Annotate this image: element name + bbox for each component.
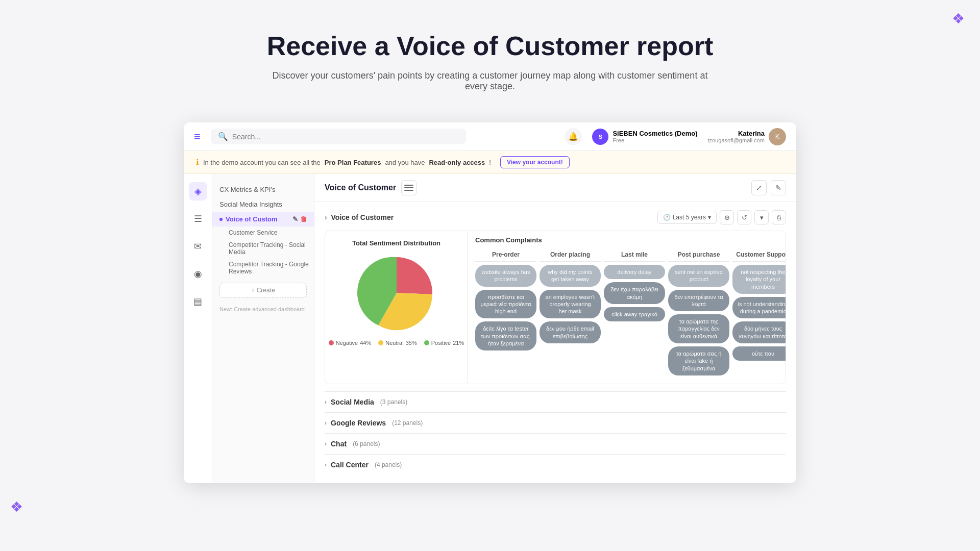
complaint-tag[interactable]: is not understanding during a pandemic [732,297,786,319]
time-filter-button[interactable]: 🕐 Last 5 years ▾ [657,211,717,224]
bell-button[interactable]: 🔔 [565,128,582,145]
legend-dot-positive [424,340,429,345]
app-logo: ≡ [194,130,201,143]
hero-title: Receive a Voice of Customer report [20,31,960,61]
view-account-button[interactable]: View your account! [500,156,570,168]
search-input[interactable] [232,133,459,141]
brand-name: SiEBEN Cosmetics (Demo) [612,130,697,137]
social-media-label: Social Media [331,398,374,406]
menu-button[interactable] [401,180,416,195]
top-decoration: ❖ [952,10,965,27]
complaint-tag[interactable]: delivery delay [604,265,665,279]
complaint-tag[interactable]: sent me an expired product [668,265,729,287]
chevron-chat-icon: › [325,440,327,447]
complaint-tag[interactable]: τα αρώματα σας ή είναι fake ή ξεθυμασμέν… [668,346,729,375]
filter-bar: 🕐 Last 5 years ▾ ⊖ ↺ ▾ ⎙ [657,210,786,224]
zoom-out-button[interactable]: ⊖ [720,210,734,224]
print-button[interactable]: ⎙ [772,210,786,224]
complaint-tag[interactable]: why did my points get taken away [540,265,601,287]
sub-item-competitor-social[interactable]: Competitor Tracking - Social Media [224,239,314,258]
info-icon: ℹ [196,158,199,167]
user-name: Katerina [708,130,765,137]
page-header: Voice of Customer ⤢ ✎ [314,174,796,202]
search-bar[interactable]: 🔍 [211,129,466,144]
complaints-panel: Common Complaints Pre-order website alwa… [468,231,786,384]
voice-section-title: › Voice of Customer [325,213,394,221]
social-media-header[interactable]: › Social Media (3 panels) [325,398,786,406]
complaint-tag[interactable]: an employee wasn't properly wearing her … [540,290,601,319]
trash-icon[interactable]: 🗑 [300,215,307,223]
demo-bold-2: Read-only access [429,159,485,166]
col-header-preorder: Pre-order [475,248,536,262]
content-area: Voice of Customer ⤢ ✎ › [314,174,796,483]
legend-negative: Negative 44% [329,340,371,346]
user-email: tzougasofi@gmail.com [708,137,765,143]
col-header-postpurchase: Post purchase [668,248,729,262]
legend-label-neutral: Neutral [385,340,403,346]
sub-item-competitor-google[interactable]: Competitor Tracking - Google Reviews [224,258,314,278]
complaint-col-lastmile: Last mile delivery delay δεν έχω παραλάβ… [604,248,665,379]
google-reviews-header[interactable]: › Google Reviews (12 panels) [325,419,786,427]
complaint-tag[interactable]: προσθέστε και μερικά νέα προϊόντα high e… [475,290,536,319]
edit-button[interactable]: ✎ [771,180,786,195]
sidebar-item-cx-metrics[interactable]: CX Metrics & KPI's [212,182,314,197]
chat-header[interactable]: › Chat (6 panels) [325,440,786,448]
voice-label: Voice of Custom [226,215,278,223]
charts-area: Total Sentiment Distribution [325,231,786,384]
sidebar-icon-inbox[interactable]: ✉ [189,237,207,256]
complaint-tag[interactable]: click away τραγικό [604,307,665,321]
google-reviews-label: Google Reviews [331,419,386,427]
sidebar-item-voice-of-custom[interactable]: Voice of Custom ✎ 🗑 [212,212,314,227]
demo-banner: ℹ In the demo account you can see all th… [184,151,796,174]
active-bullet [219,218,223,221]
sidebar-item-social-media[interactable]: Social Media Insights [212,197,314,212]
call-center-label: Call Center [331,461,369,469]
expand-button[interactable]: ⤢ [751,180,767,195]
complaint-tag[interactable]: not respecting the loyalty of your membe… [732,265,786,294]
section-header: › Voice of Customer 🕐 Last 5 years ▾ ⊖ ↺… [325,210,786,224]
sub-item-customer-service[interactable]: Customer Service [224,227,314,239]
topbar: ≡ 🔍 🔔 S SiEBEN Cosmetics (Demo) Free Kat… [184,122,796,151]
complaint-tag[interactable]: δύο μήνες τους κυνηγάω και τίποτα [732,321,786,343]
create-button[interactable]: + Create [219,283,307,298]
sidebar-icon-docs[interactable]: ▤ [189,292,207,311]
brand-badge: S [592,129,608,145]
complaint-tag[interactable]: δεν έχω παραλάβει ακόμη [604,282,665,304]
complaints-title: Common Complaints [475,236,786,244]
sidebar-icon-tags[interactable]: ◉ [189,265,207,283]
advanced-hint: New: Create advanced dashboard [212,303,314,315]
clock-icon: 🕐 [663,214,671,221]
social-media-count: (3 panels) [380,398,407,406]
chevron-down-icon: ▾ [708,214,711,221]
page-header-left: Voice of Customer [325,180,416,195]
pie-legend: Negative 44% Neutral 35% Positive [333,340,459,346]
refresh-button[interactable]: ↺ [737,210,751,224]
legend-dot-neutral [378,340,383,345]
hero-section: Receive a Voice of Customer report Disco… [0,0,980,112]
complaint-tag[interactable]: ούτε που [732,346,786,361]
legend-neutral: Neutral 35% [378,340,417,346]
complaint-col-order: Order placing why did my points get take… [540,248,601,379]
google-reviews-section: › Google Reviews (12 panels) [325,412,786,433]
sidebar-icon-home[interactable]: ◈ [189,182,207,201]
complaint-col-postpurchase: Post purchase sent me an expired product… [668,248,729,379]
edit-icon[interactable]: ✎ [292,215,298,223]
complaint-tag[interactable]: τα αρώματα της παραγγελίας δεν είναι αυθ… [668,314,729,343]
pie-panel: Total Sentiment Distribution [325,231,468,384]
complaint-tag[interactable]: δεν επιστρέφουν τα λεφτά [668,290,729,312]
page-header-actions: ⤢ ✎ [751,180,786,195]
more-options-button[interactable]: ▾ [754,210,769,224]
complaint-tag[interactable]: δεν μου ήρθε email επιβεβαίωσης [540,321,601,343]
left-panel: CX Metrics & KPI's Social Media Insights… [212,174,314,483]
call-center-header[interactable]: › Call Center (4 panels) [325,461,786,469]
sidebar-icon-reports[interactable]: ☰ [189,210,207,228]
demo-text-3: ! [489,159,491,166]
pie-container [333,252,459,334]
main-layout: ◈ ☰ ✉ ◉ ▤ CX Metrics & KPI's Social Medi… [184,174,796,483]
complaint-tag[interactable]: website always has problems [475,265,536,287]
chevron-call-icon: › [325,461,327,468]
complaint-tag[interactable]: δείτε λίγο τα tester των προϊόντων σας, … [475,321,536,350]
topbar-right: 🔔 S SiEBEN Cosmetics (Demo) Free Katerin… [565,128,786,145]
pie-chart-svg [356,252,437,334]
pie-segment-negative [397,257,432,294]
